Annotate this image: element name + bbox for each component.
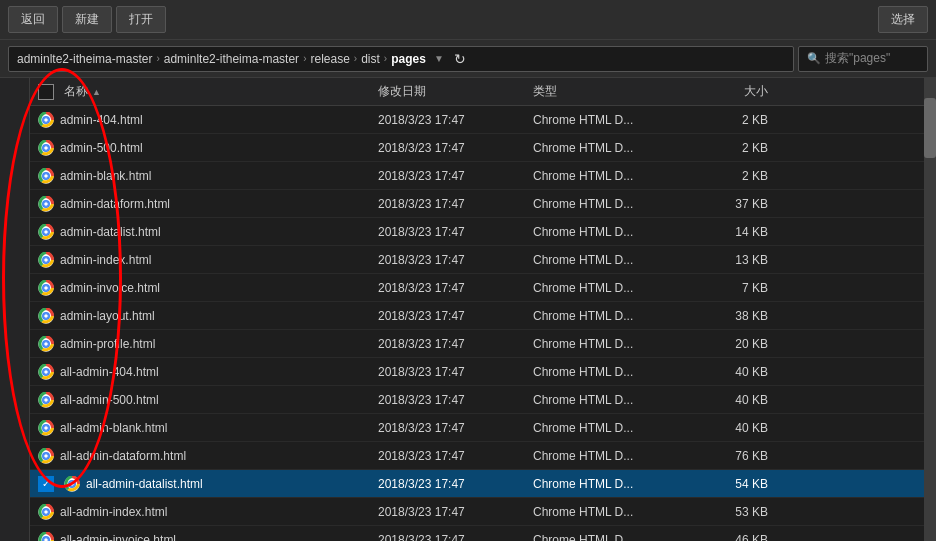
table-row[interactable]: admin-blank.html 2018/3/23 17:47 Chrome … xyxy=(30,162,924,190)
table-row[interactable]: admin-dataform.html 2018/3/23 17:47 Chro… xyxy=(30,190,924,218)
chrome-icon xyxy=(38,364,54,380)
table-row[interactable]: admin-invoice.html 2018/3/23 17:47 Chrom… xyxy=(30,274,924,302)
chrome-icon xyxy=(38,280,54,296)
search-box[interactable]: 🔍 搜索"pages" xyxy=(798,46,928,72)
file-name: admin-blank.html xyxy=(60,169,151,183)
file-date: 2018/3/23 17:47 xyxy=(378,505,533,519)
table-row[interactable]: admin-index.html 2018/3/23 17:47 Chrome … xyxy=(30,246,924,274)
table-row[interactable]: all-admin-invoice.html 2018/3/23 17:47 C… xyxy=(30,526,924,541)
chrome-icon xyxy=(38,168,54,184)
file-name: all-admin-404.html xyxy=(60,365,159,379)
svg-point-14 xyxy=(44,174,48,178)
col-size-header: 大小 xyxy=(688,83,768,100)
file-type: Chrome HTML D... xyxy=(533,477,688,491)
file-size: 40 KB xyxy=(688,421,768,435)
chrome-icon xyxy=(38,504,54,520)
chrome-icon xyxy=(38,420,54,436)
breadcrumb-item-4: dist xyxy=(361,52,380,66)
breadcrumb-down-icon[interactable]: ▼ xyxy=(434,53,444,64)
file-size: 53 KB xyxy=(688,505,768,519)
table-row[interactable]: admin-layout.html 2018/3/23 17:47 Chrome… xyxy=(30,302,924,330)
file-size: 40 KB xyxy=(688,365,768,379)
scrollbar-thumb[interactable] xyxy=(924,98,936,158)
svg-point-49 xyxy=(44,370,48,374)
file-date: 2018/3/23 17:47 xyxy=(378,533,533,542)
svg-point-9 xyxy=(44,146,48,150)
chrome-icon xyxy=(38,336,54,352)
refresh-button[interactable]: ↻ xyxy=(448,49,472,69)
file-name: admin-404.html xyxy=(60,113,143,127)
file-type: Chrome HTML D... xyxy=(533,281,688,295)
file-name: all-admin-invoice.html xyxy=(60,533,176,542)
file-type: Chrome HTML D... xyxy=(533,505,688,519)
file-size: 76 KB xyxy=(688,449,768,463)
file-date: 2018/3/23 17:47 xyxy=(378,393,533,407)
file-size: 46 KB xyxy=(688,533,768,542)
file-date: 2018/3/23 17:47 xyxy=(378,113,533,127)
table-row[interactable]: admin-404.html 2018/3/23 17:47 Chrome HT… xyxy=(30,106,924,134)
new-button[interactable]: 新建 xyxy=(62,6,112,33)
sidebar xyxy=(0,78,30,541)
file-type: Chrome HTML D... xyxy=(533,337,688,351)
file-date: 2018/3/23 17:47 xyxy=(378,281,533,295)
file-date: 2018/3/23 17:47 xyxy=(378,225,533,239)
table-row[interactable]: admin-datalist.html 2018/3/23 17:47 Chro… xyxy=(30,218,924,246)
file-name: admin-index.html xyxy=(60,253,151,267)
table-row[interactable]: all-admin-dataform.html 2018/3/23 17:47 … xyxy=(30,442,924,470)
scrollbar-track[interactable] xyxy=(924,78,936,541)
file-type: Chrome HTML D... xyxy=(533,393,688,407)
svg-point-59 xyxy=(44,426,48,430)
file-rows: admin-404.html 2018/3/23 17:47 Chrome HT… xyxy=(30,106,924,541)
table-row[interactable]: all-admin-404.html 2018/3/23 17:47 Chrom… xyxy=(30,358,924,386)
file-date: 2018/3/23 17:47 xyxy=(378,141,533,155)
table-row[interactable]: admin-500.html 2018/3/23 17:47 Chrome HT… xyxy=(30,134,924,162)
breadcrumb[interactable]: adminlte2-itheima-master › adminlte2-ith… xyxy=(8,46,794,72)
file-name: admin-profile.html xyxy=(60,337,155,351)
svg-point-34 xyxy=(44,286,48,290)
column-header: 名称 ▲ 修改日期 类型 大小 xyxy=(30,78,924,106)
file-size: 2 KB xyxy=(688,169,768,183)
svg-point-64 xyxy=(44,454,48,458)
toolbar: 返回 新建 打开 选择 xyxy=(0,0,936,40)
file-size: 7 KB xyxy=(688,281,768,295)
file-size: 2 KB xyxy=(688,113,768,127)
file-date: 2018/3/23 17:47 xyxy=(378,337,533,351)
back-button[interactable]: 返回 xyxy=(8,6,58,33)
breadcrumb-sep-3: › xyxy=(354,53,357,64)
file-date: 2018/3/23 17:47 xyxy=(378,169,533,183)
file-type: Chrome HTML D... xyxy=(533,421,688,435)
svg-point-69 xyxy=(70,482,74,486)
row-checkbox[interactable]: ✓ xyxy=(38,476,54,492)
col-type-header: 类型 xyxy=(533,83,688,100)
file-type: Chrome HTML D... xyxy=(533,309,688,323)
file-date: 2018/3/23 17:47 xyxy=(378,253,533,267)
breadcrumb-item-5: pages xyxy=(391,52,426,66)
sort-icon: ▲ xyxy=(92,87,101,97)
file-type: Chrome HTML D... xyxy=(533,253,688,267)
file-type: Chrome HTML D... xyxy=(533,365,688,379)
file-type: Chrome HTML D... xyxy=(533,113,688,127)
svg-point-19 xyxy=(44,202,48,206)
header-checkbox[interactable] xyxy=(38,84,54,100)
svg-point-74 xyxy=(44,510,48,514)
svg-point-44 xyxy=(44,342,48,346)
table-row[interactable]: all-admin-500.html 2018/3/23 17:47 Chrom… xyxy=(30,386,924,414)
file-date: 2018/3/23 17:47 xyxy=(378,197,533,211)
file-size: 37 KB xyxy=(688,197,768,211)
open-button[interactable]: 打开 xyxy=(116,6,166,33)
file-date: 2018/3/23 17:47 xyxy=(378,309,533,323)
chrome-icon xyxy=(38,532,54,542)
col-name-header: 名称 xyxy=(64,83,88,100)
file-list-container[interactable]: 名称 ▲ 修改日期 类型 大小 admin-404.html 2018/3/23… xyxy=(30,78,924,541)
table-row[interactable]: ✓ all-admin-datalist.html 2018/3/23 17:4… xyxy=(30,470,924,498)
chrome-icon xyxy=(38,252,54,268)
file-size: 2 KB xyxy=(688,141,768,155)
file-name: all-admin-datalist.html xyxy=(86,477,203,491)
select-button[interactable]: 选择 xyxy=(878,6,928,33)
file-size: 13 KB xyxy=(688,253,768,267)
table-row[interactable]: all-admin-index.html 2018/3/23 17:47 Chr… xyxy=(30,498,924,526)
file-size: 54 KB xyxy=(688,477,768,491)
table-row[interactable]: all-admin-blank.html 2018/3/23 17:47 Chr… xyxy=(30,414,924,442)
svg-point-4 xyxy=(44,118,48,122)
table-row[interactable]: admin-profile.html 2018/3/23 17:47 Chrom… xyxy=(30,330,924,358)
